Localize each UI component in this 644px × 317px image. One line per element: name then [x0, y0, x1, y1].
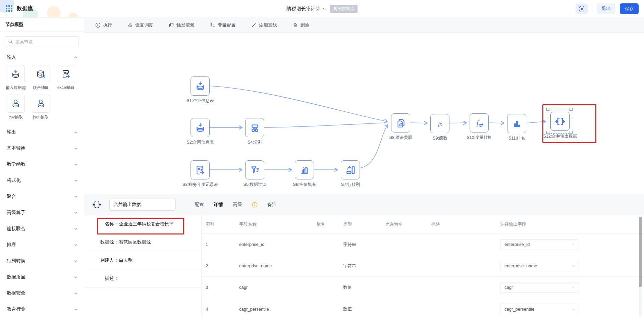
selection-handle[interactable]	[570, 108, 573, 111]
delete-button[interactable]: 删除	[292, 22, 309, 28]
sidebar-section-join-union[interactable]: 连接联合	[0, 221, 84, 237]
detail-row-description: 描述：	[84, 269, 201, 287]
chevron-down-icon	[74, 275, 78, 279]
exit-button[interactable]: 退出	[597, 3, 615, 14]
sidebar-section-output[interactable]: 输出	[0, 124, 84, 140]
palette-node-json-extract[interactable]: JSON json抽取	[32, 95, 50, 120]
tab-advanced[interactable]: 高级	[233, 202, 242, 208]
app-logo-icon	[6, 5, 13, 12]
fit-view-button[interactable]	[576, 4, 588, 14]
flow-node-s4[interactable]	[245, 118, 264, 137]
table-row: 4 cagr_persentile 数值 cagr_persentile	[202, 298, 644, 317]
trigger-dependency-button[interactable]: 触发依赖	[169, 22, 195, 28]
node-search-box[interactable]	[5, 36, 79, 47]
flow-node-s9[interactable]: fx	[430, 114, 449, 133]
table-row: 2 enterprise_name 字符串 enterprise_name	[202, 255, 644, 277]
output-field-select[interactable]: enterprise_name	[500, 261, 579, 271]
header-bar: 数据流 纳税增长率计算 离线数据流 退出 保存	[0, 0, 644, 18]
sidebar-section-data-security[interactable]: 数据安全	[0, 285, 84, 301]
panel-header: 配置 详情 高级 备注	[84, 194, 644, 215]
sidebar-section-format[interactable]: 格式化	[0, 172, 84, 189]
table-scrollbar	[639, 217, 642, 316]
sidebar-section-education-industry[interactable]: 教育行业	[0, 301, 84, 317]
detail-row-datasource: 数据源： 智慧园区数据源	[84, 233, 201, 251]
search-input[interactable]	[15, 39, 76, 45]
flow-title-dropdown[interactable]: 纳税增长率计算	[286, 6, 326, 12]
flow-node-s5[interactable]	[245, 160, 264, 179]
flow-node-s2[interactable]	[191, 118, 210, 137]
palette-node-input-datasource[interactable]: 输入数据源	[7, 65, 25, 91]
output-field-select[interactable]: cagr	[500, 282, 579, 293]
variable-config-icon	[210, 22, 215, 28]
variable-config-button[interactable]: 变量配置	[210, 22, 236, 28]
row-to-column-icon	[345, 164, 356, 176]
node-config-panel: 配置 详情 高级 备注 名称： 企业近三年纳税复合增长率 数据源： 智慧园区数据…	[84, 194, 644, 317]
detail-row-name: 名称： 企业近三年纳税复合增长率	[84, 215, 201, 233]
sidebar-section-aggregate[interactable]: 聚合	[0, 189, 84, 205]
tab-detail[interactable]: 详情	[214, 202, 223, 208]
sidebar-section-row-column-transform[interactable]: 行列转换	[0, 253, 84, 269]
selection-handle[interactable]	[546, 108, 549, 111]
output-field-select[interactable]: cagr_persentile	[500, 304, 579, 314]
schedule-button[interactable]: 设置调度	[127, 22, 153, 28]
decor-blob	[69, 13, 77, 18]
excel-table-icon	[195, 164, 206, 176]
save-button[interactable]: 保存	[620, 3, 639, 14]
flow-node-s7[interactable]	[341, 160, 360, 179]
input-node-palette: 输入数据源 联合抽取 excel抽取	[0, 64, 84, 124]
chevron-down-icon	[74, 243, 78, 247]
field-table: 索引 字段名称 别名 类型 允许为空 描述 选择输出字段 1 enterpris…	[201, 215, 644, 317]
flow-node-s1[interactable]	[191, 76, 210, 96]
palette-node-csv-extract[interactable]: CSV csv抽取	[7, 95, 25, 120]
node-name-input[interactable]	[109, 199, 176, 211]
svg-text:CSV: CSV	[14, 104, 18, 106]
chevron-down-icon	[74, 291, 78, 295]
chevron-down-icon	[74, 162, 78, 166]
output-field-select[interactable]: enterprise_id	[500, 239, 579, 250]
svg-text:JSON: JSON	[39, 104, 43, 106]
header-divider	[592, 5, 592, 12]
flow-node-s8[interactable]	[391, 113, 410, 133]
sidebar-section-advanced-operators[interactable]: 高级算子	[0, 205, 84, 221]
warning-info-icon	[252, 202, 258, 208]
table-row: 3 cagr 数值 cagr	[202, 277, 644, 298]
app-title: 数据流	[17, 5, 33, 12]
flow-node-s6[interactable]	[295, 160, 314, 179]
schedule-icon	[127, 22, 133, 28]
rank-icon	[511, 118, 523, 129]
function-fx-icon: fx	[434, 118, 446, 129]
flow-canvas[interactable]: S1:企业信息表 S2:合同信息表 S3:税务年度记录表 S4:分列	[84, 33, 644, 194]
node-detail-list: 名称： 企业近三年纳税复合增长率 数据源： 智慧园区数据源 创建人： 白天明 描…	[84, 215, 201, 317]
flow-node-s3[interactable]	[191, 160, 210, 179]
svg-text:f: f	[476, 119, 479, 127]
canvas-toolbar: 执行 设置调度 触发依赖 变量配置 添加直线 删除	[84, 17, 644, 33]
split-column-icon	[249, 122, 261, 134]
palette-node-excel-extract[interactable]: excel抽取	[57, 65, 75, 91]
sidebar-title: 节点模型	[0, 17, 84, 32]
palette-node-union-extract[interactable]: 联合抽取	[32, 65, 50, 91]
flow-node-s11[interactable]	[507, 114, 526, 133]
run-button[interactable]: 执行	[95, 22, 112, 28]
panel-tabs: 配置 详情 高级 备注	[195, 202, 277, 208]
filter-icon	[249, 164, 261, 176]
tab-note[interactable]: 备注	[267, 202, 277, 208]
sidebar-section-basic-transform[interactable]: 基本转换	[0, 140, 84, 156]
flow-node-s12[interactable]	[550, 112, 570, 131]
scrollbar-thumb[interactable]	[639, 217, 642, 287]
chevron-down-icon	[74, 259, 78, 263]
dependency-icon	[169, 22, 174, 28]
null-fill-icon	[299, 164, 310, 176]
field-table-header: 索引 字段名称 别名 类型 允许为空 描述 选择输出字段	[202, 215, 644, 234]
selection-handle[interactable]	[570, 131, 573, 134]
sidebar-section-math-functions[interactable]: 数学函数	[0, 156, 84, 172]
dataflow-app: 数据流 纳税增长率计算 离线数据流 退出 保存 节点模型	[0, 0, 644, 317]
tab-config[interactable]: 配置	[195, 202, 204, 208]
sidebar-section-sort[interactable]: 排序	[0, 237, 84, 253]
flow-node-label: S7:行转列	[320, 182, 381, 188]
sidebar-section-input[interactable]: 输入	[0, 50, 84, 64]
selection-handle[interactable]	[546, 131, 549, 134]
add-line-button[interactable]: 添加直线	[251, 22, 277, 28]
measure-convert-icon: f	[474, 117, 485, 129]
flow-node-s10[interactable]: f	[470, 113, 489, 133]
sidebar-section-data-quality[interactable]: 数据质量	[0, 269, 84, 285]
